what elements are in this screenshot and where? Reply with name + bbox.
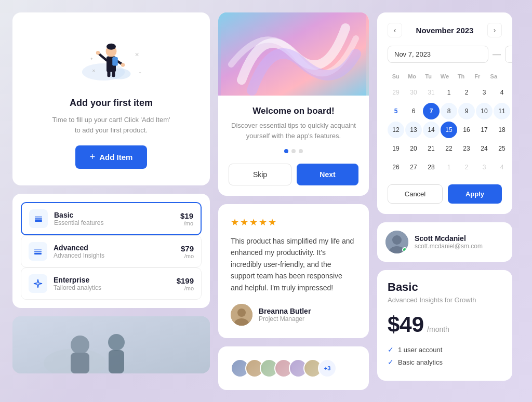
calendar-day[interactable]: 11 [494,103,510,119]
onboarding-description: Discover essential tips to quickly acqua… [229,120,358,141]
svg-rect-20 [34,251,42,252]
weekday-label: Su [388,71,404,82]
skip-button[interactable]: Skip [229,164,291,185]
calendar-day[interactable]: 21 [423,140,440,157]
empty-state-description: Time to fill up your cart! Click 'Add It… [49,115,174,135]
calendar-day[interactable]: 19 [388,140,404,157]
calendar-day[interactable]: 5 [388,103,404,119]
weekday-label: Sa [486,71,502,82]
calendar-day[interactable]: 2 [458,84,475,101]
calendar-cancel-button[interactable]: Cancel [388,184,443,204]
calendar-day[interactable]: 13 [405,122,422,138]
dot-3[interactable] [299,149,303,153]
review-text: This product has simplified my life and … [231,235,356,293]
plan-amount: $79 [181,244,194,253]
pricing-detail-subtitle: Advanced Insights for Growth [388,296,502,304]
pricing-detail-card: Basic Advanced Insights for Growth $49 /… [377,270,512,381]
plan-item-basic[interactable]: Basic Essential features $19 /mo [21,202,202,235]
profile-avatar [385,231,408,253]
calendar-card: ‹ November 2023 › — SuMoTuWeThFrSa 29303… [377,12,512,214]
calendar-day[interactable]: 16 [458,122,475,138]
pricing-plans-card: Basic Essential features $19 /mo Advance… [12,194,210,308]
calendar-day[interactable]: 4 [494,84,510,101]
empty-state-illustration: ✕ ✕ ✦ ✦ [70,29,153,91]
svg-rect-4 [112,70,115,77]
svg-rect-18 [35,220,42,222]
calendar-day[interactable]: 30 [405,84,422,101]
pricing-detail-amount: $49 [388,312,424,337]
pricing-detail-period: /month [427,325,449,333]
plan-name: Advanced [54,244,175,252]
calendar-day[interactable]: 17 [476,122,493,138]
onboarding-card: Welcome on board! Discover essential tip… [218,12,369,196]
calendar-day[interactable]: 6 [405,103,422,119]
dot-2[interactable] [291,149,296,153]
calendar-day[interactable]: 14 [423,122,440,138]
weekday-label: Fr [469,71,485,82]
plan-desc: Essential features [54,219,174,226]
pricing-detail-title: Basic [388,280,502,294]
calendar-day[interactable]: 1 [441,159,457,176]
empty-state-title: Add your first item [70,98,153,109]
profile-name: Scott Mcdaniel [415,234,483,243]
review-card: ★★★★★ This product has simplified my lif… [218,204,369,338]
calendar-day[interactable]: 18 [494,122,510,138]
svg-text:✦: ✦ [90,57,94,61]
calendar-prev-button[interactable]: ‹ [388,23,402,37]
calendar-range: — [388,46,502,63]
calendar-day[interactable]: 23 [458,140,475,157]
weekday-label: We [436,71,453,82]
plan-item-advanced[interactable]: Advanced Advanced Insights $79 /mo [21,235,202,267]
calendar-day[interactable]: 12 [388,122,404,138]
calendar-day[interactable]: 10 [476,103,493,119]
plan-period: /mo [181,253,194,259]
add-item-button[interactable]: + Add Item [75,145,148,169]
calendar-next-button[interactable]: › [487,23,502,37]
calendar-day[interactable]: 15 [441,122,457,138]
calendar-day[interactable]: 2 [458,159,475,176]
calendar-end-input[interactable] [505,46,512,63]
svg-rect-16 [35,216,42,218]
calendar-day[interactable]: 3 [476,84,493,101]
calendar-day[interactable]: 9 [458,103,475,119]
svg-rect-27 [109,350,124,373]
svg-point-6 [107,44,116,50]
check-icon: ✓ [388,358,394,366]
calendar-day[interactable]: 8 [441,103,457,119]
calendar-day[interactable]: 3 [476,159,493,176]
calendar-day[interactable]: 29 [388,84,404,101]
calendar-day[interactable]: 25 [494,140,510,157]
check-icon: ✓ [388,345,394,354]
calendar-day[interactable]: 24 [476,140,493,157]
onboarding-dots [229,149,358,153]
calendar-day[interactable]: 26 [388,159,404,176]
empty-state-card: ✕ ✕ ✦ ✦ Add your first item Time to fill… [12,12,210,185]
calendar-day[interactable]: 27 [405,159,422,176]
calendar-day[interactable]: 4 [494,159,510,176]
calendar-apply-button[interactable]: Apply [448,184,502,204]
svg-rect-21 [34,253,42,254]
column-1: ✕ ✕ ✦ ✦ Add your first item Time to fill… [12,12,210,373]
calendar-day[interactable]: 7 [423,103,440,119]
avatars-preview-card: +3 [218,346,369,390]
dot-1[interactable] [284,149,288,153]
plan-icon [29,274,47,293]
weekday-label: Mo [404,71,420,82]
calendar-day[interactable]: 22 [441,140,457,157]
calendar-day[interactable]: 1 [441,84,457,101]
reviewer-name: Breanna Butler [259,307,311,315]
next-button[interactable]: Next [297,164,358,185]
svg-point-24 [71,336,89,354]
avatar-stack: +3 [231,359,337,378]
profile-card: Scott Mcdaniel scott.mcdaniel@sm.com [377,222,512,262]
weekday-label: Th [453,71,469,82]
plan-name: Basic [54,211,174,219]
range-separator: — [493,50,501,59]
calendar-day[interactable]: 31 [423,84,440,101]
calendar-day[interactable]: 28 [423,159,440,176]
calendar-day[interactable]: 20 [405,140,422,157]
svg-rect-17 [35,218,42,220]
reviewer-avatar [231,304,252,326]
plan-item-enterprise[interactable]: Enterprise Tailored analytics $199 /mo [21,267,202,300]
calendar-start-input[interactable] [388,46,488,63]
